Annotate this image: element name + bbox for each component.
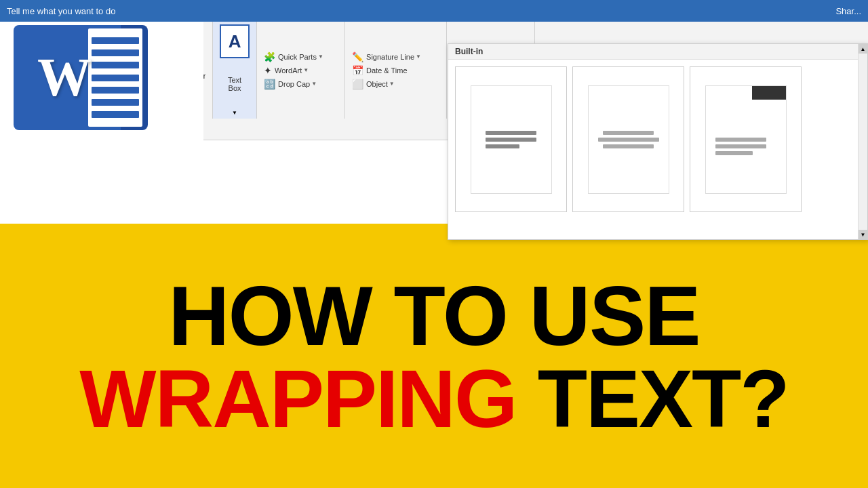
object-icon: ⬜ (352, 79, 363, 89)
title-bar: Tell me what you want to do Shar... (0, 0, 868, 22)
signature-group: ✏️ Signature Line ▼ 📅 Date & Time ⬜ Obje… (345, 22, 447, 119)
object-button[interactable]: ⬜ Object ▼ (349, 77, 442, 91)
signature-dropdown-arrow: ▼ (416, 54, 421, 60)
ribbon: W 🎬 OnlineVideo (0, 22, 868, 140)
card-line (603, 131, 654, 135)
card-line (486, 138, 536, 142)
text-box-label: TextBox (228, 76, 241, 92)
wordart-icon: ✦ (264, 65, 272, 76)
word-logo-area: W (0, 22, 203, 140)
textbox-card-2[interactable] (572, 66, 684, 212)
object-label: Object (366, 80, 388, 88)
drop-cap-label: Drop Cap (278, 80, 310, 88)
text-box-preview: A (220, 24, 250, 58)
title-line-2: WRAPPING TEXT? (79, 358, 788, 439)
scroll-up-button[interactable]: ▲ (859, 44, 868, 54)
card-dark-header (752, 86, 786, 100)
page-line (92, 111, 139, 118)
wordart-dropdown-arrow: ▼ (303, 67, 309, 73)
word-logo: W (14, 25, 136, 130)
text-box-A-icon: A (229, 31, 241, 52)
page-line (92, 49, 139, 56)
dropdown-cards (448, 60, 867, 219)
share-button[interactable]: Shar... (835, 6, 861, 16)
page-line (92, 75, 139, 81)
card-preview-3 (705, 85, 787, 194)
title-red-text: WRAPPING (79, 353, 537, 444)
card-line (486, 144, 519, 148)
object-dropdown-arrow: ▼ (389, 81, 395, 87)
card-content-3 (715, 138, 776, 155)
quick-parts-label: Quick Parts (278, 53, 317, 61)
word-pages (88, 28, 142, 127)
textbox-dropdown-panel: ▲ ▼ Built-in (448, 43, 868, 240)
textbox-card-3[interactable] (690, 66, 802, 212)
card-line (715, 151, 753, 155)
signature-line-icon: ✏️ (352, 52, 363, 62)
signature-line-label: Signature Line (366, 53, 414, 61)
page-line (92, 37, 139, 44)
title-line-1: HOW TO USE (168, 273, 699, 358)
wordart-button[interactable]: ✦ WordArt ▼ (261, 64, 340, 77)
quick-parts-button[interactable]: 🧩 Quick Parts ▼ (261, 50, 340, 64)
quick-parts-icon: 🧩 (264, 52, 275, 62)
drop-cap-button[interactable]: 🔡 Drop Cap ▼ (261, 77, 340, 91)
card-line (598, 138, 659, 142)
card-preview-2 (588, 85, 669, 194)
date-time-label: Date & Time (366, 66, 408, 75)
page-line (92, 87, 139, 94)
title-bar-text: Tell me what you want to do (7, 6, 115, 16)
page-line (92, 99, 139, 106)
textbox-card-1[interactable] (455, 66, 567, 212)
card-line (715, 138, 766, 142)
wordart-label: WordArt (275, 66, 302, 75)
card-content-1 (486, 131, 536, 148)
dropdown-scrollbar[interactable]: ▲ ▼ (858, 44, 867, 239)
card-content-2 (598, 131, 659, 148)
thumbnail-section: HOW TO USE WRAPPING TEXT? (0, 224, 868, 488)
quick-parts-dropdown-arrow: ▼ (318, 54, 323, 60)
date-time-icon: 📅 (352, 65, 363, 76)
title-black-text: TEXT? (538, 353, 789, 444)
card-line (715, 144, 766, 148)
drop-cap-dropdown-arrow: ▼ (311, 81, 317, 87)
card-line (486, 131, 536, 135)
page-line (92, 62, 139, 68)
text-tools-group: 🧩 Quick Parts ▼ ✦ WordArt ▼ 🔡 Drop Cap ▼ (257, 22, 345, 119)
drop-cap-icon: 🔡 (264, 79, 275, 89)
dropdown-header: Built-in (448, 44, 867, 60)
scroll-down-button[interactable]: ▼ (859, 230, 868, 239)
card-line (603, 144, 654, 148)
date-time-button[interactable]: 📅 Date & Time (349, 64, 442, 77)
text-box-section[interactable]: A TextBox ▼ (213, 22, 257, 119)
word-W-letter: W (37, 47, 92, 108)
text-box-dropdown[interactable]: ▼ (232, 110, 237, 116)
signature-line-button[interactable]: ✏️ Signature Line ▼ (349, 50, 442, 64)
card-preview-1 (471, 85, 552, 194)
